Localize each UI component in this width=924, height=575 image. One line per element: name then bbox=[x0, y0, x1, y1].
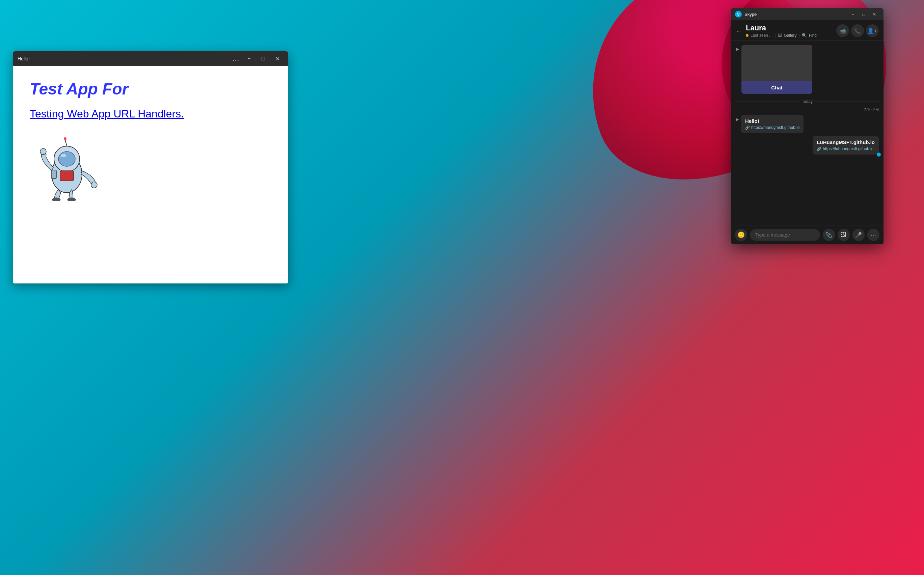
titlebar-controls: − □ ✕ bbox=[243, 54, 284, 64]
minimize-button[interactable]: − bbox=[243, 54, 255, 64]
image-button[interactable]: 🖼 bbox=[838, 229, 850, 241]
chat-card-image bbox=[741, 45, 812, 81]
message-bubble-2: LuHuangMSFT.github.io 🔗 https://luhuangm… bbox=[813, 136, 879, 154]
message-link-2[interactable]: 🔗 https://luhuangmsft.github.io bbox=[817, 146, 875, 151]
find-icon: 🔍 bbox=[802, 33, 807, 38]
emoji-button[interactable]: 🙂 bbox=[735, 229, 747, 241]
svg-point-6 bbox=[91, 182, 97, 188]
video-icon: 📹 bbox=[839, 28, 846, 34]
web-app-link[interactable]: Testing Web App URL Handlers bbox=[30, 108, 184, 120]
chat-card: Chat bbox=[741, 45, 812, 94]
message-url-1: https://mandymsft.github.io bbox=[751, 125, 800, 130]
hello-content: Test App For Testing Web App URL Handler… bbox=[13, 66, 288, 283]
file-icon: 📎 bbox=[826, 232, 832, 238]
microphone-button[interactable]: 🎤 bbox=[853, 229, 865, 241]
svg-point-5 bbox=[40, 148, 46, 154]
svg-point-2 bbox=[59, 151, 75, 166]
mic-icon: 🎤 bbox=[855, 232, 862, 238]
chat-card-message: ▶ Chat bbox=[731, 41, 883, 97]
status-divider-2: | bbox=[799, 33, 800, 38]
message-url-2: https://luhuangmsft.github.io bbox=[823, 146, 873, 151]
message-timestamp: 2:10 PM bbox=[731, 106, 883, 113]
link-icon-2: 🔗 bbox=[817, 147, 821, 151]
skype-window-controls: − □ ✕ bbox=[848, 10, 880, 19]
image-icon: 🖼 bbox=[841, 232, 846, 238]
today-divider: Today bbox=[731, 97, 883, 106]
chat-card-label: Chat bbox=[741, 81, 812, 94]
video-call-button[interactable]: 📹 bbox=[836, 24, 849, 37]
svg-point-8 bbox=[68, 198, 76, 201]
svg-line-10 bbox=[65, 140, 67, 146]
contact-info: Laura Last seen ... | 🖼 Gallery | 🔍 Find bbox=[746, 24, 836, 38]
skype-window: S Skype − □ ✕ ← Laura Last seen ... | 🖼 … bbox=[731, 8, 883, 244]
file-attach-button[interactable]: 📎 bbox=[823, 229, 835, 241]
emoji-icon: 🙂 bbox=[737, 231, 745, 238]
skype-titlebar: S Skype − □ ✕ bbox=[731, 8, 883, 20]
status-divider: | bbox=[775, 33, 775, 38]
header-actions: 📹 📞 👤+ bbox=[836, 24, 879, 37]
skype-minimize-button[interactable]: − bbox=[848, 10, 858, 19]
gallery-label[interactable]: Gallery bbox=[784, 33, 797, 38]
titlebar-dots: ... bbox=[232, 56, 240, 62]
message-play-icon-1: ▶ bbox=[736, 117, 739, 122]
skype-app-title: Skype bbox=[745, 12, 848, 17]
astronaut-illustration bbox=[30, 133, 104, 201]
add-contact-button[interactable]: 👤+ bbox=[866, 24, 879, 37]
maximize-button[interactable]: □ bbox=[257, 54, 269, 64]
contact-status: Last seen ... | 🖼 Gallery | 🔍 Find bbox=[746, 33, 836, 38]
voice-call-button[interactable]: 📞 bbox=[851, 24, 864, 37]
add-person-icon: 👤+ bbox=[867, 28, 877, 34]
find-label[interactable]: Find bbox=[809, 33, 817, 38]
svg-point-11 bbox=[64, 137, 67, 140]
gallery-icon: 🖼 bbox=[778, 33, 782, 38]
message-input[interactable] bbox=[750, 229, 820, 241]
svg-rect-4 bbox=[60, 171, 73, 181]
send-icon: ▶ bbox=[736, 46, 740, 52]
hello-app-window: Hello! ... − □ ✕ Test App For Testing We… bbox=[13, 51, 288, 283]
message-input-bar: 🙂 📎 🖼 🎤 ⋯ bbox=[731, 225, 883, 244]
chat-area[interactable]: ▶ Chat Today 2:10 PM ▶ Hello! 🔗 https://… bbox=[731, 41, 883, 225]
message-link-1[interactable]: 🔗 https://mandymsft.github.io bbox=[745, 125, 800, 130]
today-label: Today bbox=[802, 99, 813, 104]
more-icon: ⋯ bbox=[871, 232, 876, 238]
back-button[interactable]: ← bbox=[736, 27, 743, 35]
message-text-1: Hello! bbox=[745, 118, 800, 124]
message-text-2: LuHuangMSFT.github.io bbox=[817, 139, 875, 145]
skype-maximize-button[interactable]: □ bbox=[859, 10, 868, 19]
link-icon-1: 🔗 bbox=[745, 125, 750, 130]
svg-rect-9 bbox=[51, 170, 56, 178]
phone-icon: 📞 bbox=[854, 28, 861, 34]
page-title: Test App For bbox=[30, 79, 271, 98]
skype-close-button[interactable]: ✕ bbox=[869, 10, 880, 19]
skype-logo-icon: S bbox=[735, 11, 742, 17]
message-bubble-1: Hello! 🔗 https://mandymsft.github.io bbox=[741, 115, 803, 133]
close-button[interactable]: ✕ bbox=[271, 54, 284, 64]
last-seen-text: Last seen ... bbox=[751, 33, 773, 38]
divider-line-right bbox=[815, 102, 879, 102]
message-row-2: LuHuangMSFT.github.io 🔗 https://luhuangm… bbox=[731, 135, 883, 156]
divider-line-left bbox=[736, 102, 799, 102]
message-row-1: ▶ Hello! 🔗 https://mandymsft.github.io bbox=[731, 113, 883, 135]
status-dot-icon bbox=[746, 34, 748, 37]
svg-point-7 bbox=[52, 198, 60, 201]
hello-window-title: Hello! bbox=[17, 56, 232, 61]
hello-titlebar: Hello! ... − □ ✕ bbox=[13, 51, 288, 66]
svg-point-3 bbox=[61, 154, 66, 157]
skype-header: ← Laura Last seen ... | 🖼 Gallery | 🔍 Fi… bbox=[731, 20, 883, 41]
more-options-button[interactable]: ⋯ bbox=[867, 229, 880, 241]
contact-name: Laura bbox=[746, 24, 836, 32]
